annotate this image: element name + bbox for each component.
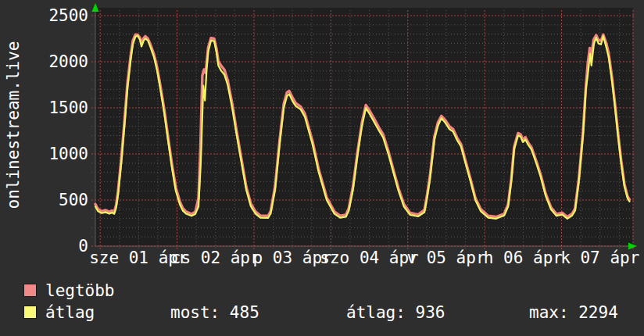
y-tick-label: 2500 bbox=[10, 7, 88, 24]
stat-avg: átlag: 936 bbox=[346, 303, 445, 322]
legend-swatch-atlag bbox=[23, 306, 37, 319]
chart-canvas bbox=[0, 0, 644, 277]
legend-label-legtobb: legtöbb bbox=[45, 281, 115, 300]
legend-label-atlag: átlag bbox=[45, 303, 95, 322]
stat-max: max: 2294 bbox=[529, 303, 618, 322]
y-tick-label: 2000 bbox=[10, 53, 88, 70]
rrd-graph-window: onlinestream.live 05001000150020002500 s… bbox=[0, 0, 644, 336]
stat-most: most: 485 bbox=[170, 303, 259, 322]
y-tick-label: 500 bbox=[10, 191, 88, 209]
legend-swatch-legtobb bbox=[23, 284, 37, 297]
y-tick-label: 1000 bbox=[10, 145, 88, 163]
x-tick-label: k 07 ápr bbox=[514, 249, 644, 266]
y-tick-label: 1500 bbox=[10, 99, 88, 116]
